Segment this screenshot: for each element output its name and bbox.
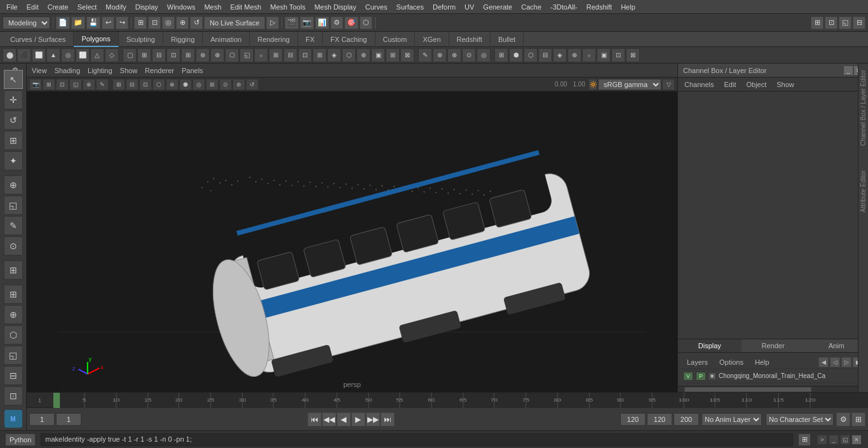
viewport-canvas[interactable]: x y z persp	[27, 92, 677, 392]
menu-edit-mesh[interactable]: Edit Mesh	[226, 2, 265, 12]
mode-select[interactable]: Modeling	[3, 17, 50, 29]
tab-polygons[interactable]: Polygons	[74, 32, 118, 47]
tab-fx[interactable]: FX	[298, 32, 323, 47]
pb-prev-btn[interactable]: ◀	[337, 412, 351, 426]
tool-icon7[interactable]: ⊕	[210, 48, 224, 62]
plane-icon-btn[interactable]: ⬜	[76, 48, 90, 62]
vp-btn8[interactable]: ⊟	[126, 79, 139, 90]
layer-prev-btn[interactable]: ◀	[818, 357, 829, 367]
anim-layer-select[interactable]: No Anim Layer	[702, 413, 762, 426]
snap-btn3[interactable]: ◎	[162, 17, 175, 29]
soft-select-btn[interactable]: ⊕	[4, 175, 23, 194]
tool-icon10[interactable]: ⬦	[254, 48, 268, 62]
cone-icon-btn[interactable]: ▲	[46, 48, 60, 62]
menu-redshift[interactable]: Redshift	[583, 2, 616, 12]
ch-channels-menu[interactable]: Channels	[681, 79, 717, 90]
snap-btn5[interactable]: ↺	[190, 17, 203, 29]
layout-btn3[interactable]: ◱	[839, 17, 851, 29]
vp-btn16[interactable]: ⊛	[233, 79, 245, 90]
tab-custom[interactable]: Custom	[376, 32, 416, 47]
rp-tab-display[interactable]: Display	[678, 339, 742, 352]
render-btn6[interactable]: ⬡	[360, 17, 372, 29]
tool-icon2[interactable]: ⊞	[137, 48, 151, 62]
tab-rigging[interactable]: Rigging	[163, 32, 203, 47]
tool-icon12[interactable]: ⊟	[283, 48, 297, 62]
start-frame-input[interactable]: 1	[56, 413, 81, 426]
ch-object-menu[interactable]: Object	[742, 79, 770, 90]
pb-next-btn[interactable]: ▶▶	[366, 412, 380, 426]
tab-rendering[interactable]: Rendering	[250, 32, 298, 47]
menu-file[interactable]: File	[3, 2, 22, 12]
menu-uv[interactable]: UV	[461, 2, 478, 12]
vp-cam-btn[interactable]: 📷	[29, 79, 42, 90]
deform-icon1[interactable]: ⊞	[494, 48, 508, 62]
menu-surfaces[interactable]: Surfaces	[393, 2, 428, 12]
paint-icon5[interactable]: ◎	[477, 48, 491, 62]
torus-icon-btn[interactable]: ◎	[61, 48, 75, 62]
vp-shading-menu[interactable]: Shading	[55, 67, 80, 74]
show-manip-btn[interactable]: ⊞	[4, 261, 23, 280]
layers-menu-item[interactable]: Layers	[683, 357, 712, 367]
tab-sculpting[interactable]: Sculpting	[119, 32, 163, 47]
status-extra-btn[interactable]: ⊞	[798, 433, 811, 446]
vp-btn5[interactable]: ⊕	[83, 79, 95, 90]
tab-bullet[interactable]: Bullet	[491, 32, 524, 47]
side-tab-attribute-editor[interactable]: Attribute Editor	[859, 168, 867, 215]
character-set-select[interactable]: No Character Set	[766, 413, 834, 426]
render-btn5[interactable]: 🎯	[344, 17, 358, 29]
deform-icon7[interactable]: ⬦	[582, 48, 596, 62]
layout-btn4[interactable]: ⊟	[853, 17, 865, 29]
vp-btn2[interactable]: ⊞	[43, 79, 55, 90]
deform-icon9[interactable]: ⊡	[611, 48, 625, 62]
pb-last-btn[interactable]: ⏭	[381, 412, 395, 426]
cube-icon-btn[interactable]: ⬛	[17, 48, 31, 62]
cylinder-icon-btn[interactable]: ⬜	[32, 48, 46, 62]
tool-extra2[interactable]: ◱	[4, 346, 23, 365]
pb-prev-key-btn[interactable]: ◀◀	[322, 412, 336, 426]
tab-xgen[interactable]: XGen	[415, 32, 449, 47]
layout-btn1[interactable]: ⊞	[811, 17, 824, 29]
vp-btn14[interactable]: ⊞	[206, 79, 219, 90]
rotate-tool-btn[interactable]: ↺	[4, 111, 23, 130]
deform-icon10[interactable]: ⊠	[626, 48, 640, 62]
paint-icon4[interactable]: ⊙	[462, 48, 476, 62]
vp-btn3[interactable]: ⊡	[56, 79, 69, 90]
vp-view-menu[interactable]: View	[32, 67, 47, 74]
ch-show-menu[interactable]: Show	[773, 79, 798, 90]
tool-icon17[interactable]: ⊕	[356, 48, 370, 62]
ch-edit-menu[interactable]: Edit	[720, 79, 740, 90]
snap-curve-btn[interactable]: ⊕	[4, 305, 23, 324]
menu-edit[interactable]: Edit	[23, 2, 43, 12]
move-tool-btn[interactable]: ✛	[4, 90, 23, 109]
pyramid-icon-btn[interactable]: △	[90, 48, 104, 62]
tool-icon5[interactable]: ⊞	[181, 48, 195, 62]
snap-btn1[interactable]: ⊞	[134, 17, 147, 29]
layer-scrollbar[interactable]	[678, 386, 868, 392]
render-btn3[interactable]: 📊	[315, 17, 329, 29]
layers-help-menu-item[interactable]: Help	[751, 357, 773, 367]
tool-icon16[interactable]: ⬡	[342, 48, 356, 62]
vp-panels-menu[interactable]: Panels	[182, 67, 203, 74]
pb-extra-btn[interactable]: ⊞	[851, 412, 865, 426]
tool-icon13[interactable]: ⊡	[298, 48, 312, 62]
side-tab-channel-box[interactable]: Channel Box / Layer Editor	[859, 67, 867, 149]
layer-vis-v[interactable]: V	[683, 372, 693, 381]
menu-generate[interactable]: Generate	[479, 2, 516, 12]
tool-icon11[interactable]: ⊞	[269, 48, 283, 62]
options-menu-item[interactable]: Options	[715, 357, 747, 367]
render-btn1[interactable]: 🎬	[285, 17, 299, 29]
menu-create[interactable]: Create	[44, 2, 72, 12]
menu-cache[interactable]: Cache	[517, 2, 545, 12]
layer-scroll-thumb[interactable]	[684, 387, 811, 392]
menu-curves[interactable]: Curves	[362, 2, 391, 12]
layout-btn2[interactable]: ⊡	[825, 17, 837, 29]
layer-color-swatch[interactable]: ■	[709, 372, 716, 380]
tool-extra4[interactable]: ⊡	[4, 386, 23, 405]
menu-mesh-display[interactable]: Mesh Display	[311, 2, 360, 12]
open-btn[interactable]: 📁	[71, 17, 85, 29]
window-close-btn[interactable]: ✕	[851, 435, 862, 445]
save-btn[interactable]: 💾	[86, 17, 100, 29]
menu-deform[interactable]: Deform	[429, 2, 459, 12]
rp-tab-render[interactable]: Render	[742, 339, 805, 352]
live-surface-btn[interactable]: No Live Surface	[204, 17, 265, 29]
